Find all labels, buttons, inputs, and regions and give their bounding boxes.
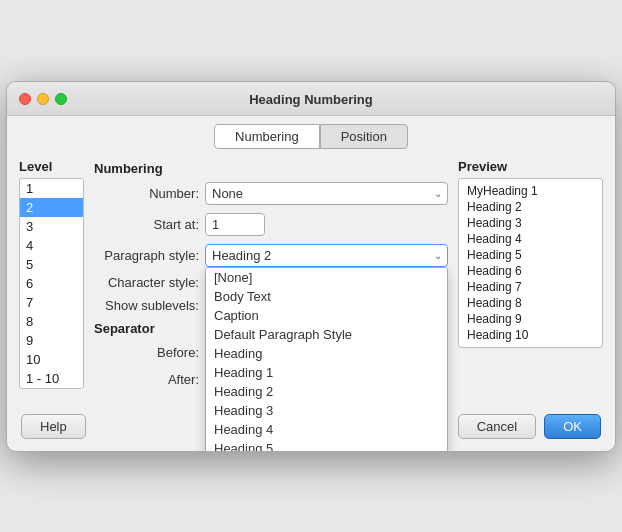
level-item-3[interactable]: 3 — [20, 217, 83, 236]
dropdown-item-caption[interactable]: Caption — [206, 306, 447, 325]
para-style-control: Heading 2 ⌄ [None] Body Text Caption Def… — [205, 244, 448, 267]
number-label: Number: — [94, 186, 199, 201]
preview-item-1: MyHeading 1 — [467, 183, 594, 199]
level-item-5[interactable]: 5 — [20, 255, 83, 274]
preview-item-9: Heading 9 — [467, 311, 594, 327]
dialog-title: Heading Numbering — [249, 92, 373, 107]
dropdown-item-heading[interactable]: Heading — [206, 344, 447, 363]
start-at-control: ▲ ▼ — [205, 213, 448, 236]
dropdown-item-none[interactable]: [None] — [206, 268, 447, 287]
dropdown-item-default[interactable]: Default Paragraph Style — [206, 325, 447, 344]
para-style-dropdown[interactable]: [None] Body Text Caption Default Paragra… — [205, 267, 448, 452]
preview-item-7: Heading 7 — [467, 279, 594, 295]
minimize-button[interactable] — [37, 93, 49, 105]
right-panel: Preview MyHeading 1 Heading 2 Heading 3 … — [458, 159, 603, 396]
start-at-label: Start at: — [94, 217, 199, 232]
dialog-body: Level 1 2 3 4 5 6 7 8 9 10 1 - 10 Number… — [7, 149, 615, 406]
level-item-4[interactable]: 4 — [20, 236, 83, 255]
para-style-select-wrapper: Heading 2 ⌄ — [205, 244, 448, 267]
level-list: 1 2 3 4 5 6 7 8 9 10 1 - 10 — [19, 178, 84, 389]
dropdown-item-heading2[interactable]: Heading 2 — [206, 382, 447, 401]
level-panel: Level 1 2 3 4 5 6 7 8 9 10 1 - 10 — [19, 159, 84, 396]
number-control: None ⌄ — [205, 182, 448, 205]
number-select-wrapper: None ⌄ — [205, 182, 448, 205]
start-at-input[interactable] — [206, 215, 265, 234]
preview-item-10: Heading 10 — [467, 327, 594, 343]
dropdown-item-bodytext[interactable]: Body Text — [206, 287, 447, 306]
preview-item-4: Heading 4 — [467, 231, 594, 247]
level-item-8[interactable]: 8 — [20, 312, 83, 331]
tab-numbering[interactable]: Numbering — [214, 124, 320, 149]
preview-item-8: Heading 8 — [467, 295, 594, 311]
preview-item-5: Heading 5 — [467, 247, 594, 263]
maximize-button[interactable] — [55, 93, 67, 105]
level-item-9[interactable]: 9 — [20, 331, 83, 350]
level-item-2[interactable]: 2 — [20, 198, 83, 217]
help-button[interactable]: Help — [21, 414, 86, 439]
tab-position[interactable]: Position — [320, 124, 408, 149]
level-item-1-10[interactable]: 1 - 10 — [20, 369, 83, 388]
dropdown-item-heading4[interactable]: Heading 4 — [206, 420, 447, 439]
level-item-6[interactable]: 6 — [20, 274, 83, 293]
level-header: Level — [19, 159, 84, 174]
para-style-label: Paragraph style: — [94, 248, 199, 263]
show-sublevels-label: Show sublevels: — [94, 298, 199, 313]
preview-header: Preview — [458, 159, 603, 174]
heading-numbering-dialog: Heading Numbering Numbering Position Lev… — [6, 81, 616, 452]
para-style-row: Paragraph style: Heading 2 ⌄ [None] Body… — [94, 244, 448, 267]
before-label: Before: — [94, 345, 199, 360]
level-item-1[interactable]: 1 — [20, 179, 83, 198]
preview-item-2: Heading 2 — [467, 199, 594, 215]
ok-button[interactable]: OK — [544, 414, 601, 439]
cancel-button[interactable]: Cancel — [458, 414, 536, 439]
char-style-label: Character style: — [94, 275, 199, 290]
close-button[interactable] — [19, 93, 31, 105]
middle-panel: Numbering Number: None ⌄ Start at: — [94, 159, 448, 396]
numbering-header: Numbering — [94, 161, 448, 176]
number-row: Number: None ⌄ — [94, 182, 448, 205]
footer-right: Cancel OK — [458, 414, 601, 439]
para-style-selected[interactable]: Heading 2 — [205, 244, 448, 267]
traffic-lights — [19, 93, 67, 105]
title-bar: Heading Numbering — [7, 82, 615, 116]
tab-bar: Numbering Position — [7, 116, 615, 149]
dropdown-item-heading5[interactable]: Heading 5 — [206, 439, 447, 452]
preview-item-3: Heading 3 — [467, 215, 594, 231]
start-at-row: Start at: ▲ ▼ — [94, 213, 448, 236]
level-item-10[interactable]: 10 — [20, 350, 83, 369]
dropdown-item-heading1[interactable]: Heading 1 — [206, 363, 447, 382]
after-label: After: — [94, 372, 199, 387]
preview-item-6: Heading 6 — [467, 263, 594, 279]
start-at-spinner: ▲ ▼ — [205, 213, 265, 236]
level-item-7[interactable]: 7 — [20, 293, 83, 312]
preview-box: MyHeading 1 Heading 2 Heading 3 Heading … — [458, 178, 603, 348]
number-select[interactable]: None — [205, 182, 448, 205]
dropdown-item-heading3[interactable]: Heading 3 — [206, 401, 447, 420]
